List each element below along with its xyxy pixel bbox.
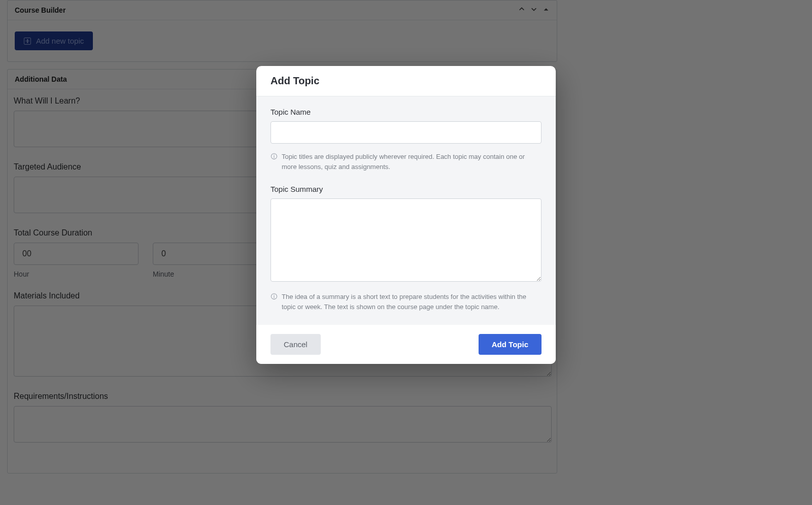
topic-summary-textarea[interactable] (270, 198, 542, 282)
add-topic-button[interactable]: Add Topic (479, 334, 542, 355)
topic-summary-help: The idea of a summary is a short text to… (282, 292, 542, 312)
info-icon (270, 153, 278, 160)
modal-title: Add Topic (270, 75, 542, 87)
topic-summary-label: Topic Summary (270, 185, 542, 193)
topic-name-input[interactable] (270, 121, 542, 144)
cancel-button[interactable]: Cancel (270, 334, 321, 355)
add-topic-modal: Add Topic Topic Name Topic titles are di… (256, 66, 556, 364)
svg-point-2 (274, 154, 274, 155)
topic-name-label: Topic Name (270, 108, 542, 116)
modal-overlay[interactable]: Add Topic Topic Name Topic titles are di… (0, 0, 812, 505)
topic-name-help: Topic titles are displayed publicly wher… (282, 152, 542, 172)
info-icon (270, 293, 278, 300)
svg-point-5 (274, 294, 274, 295)
